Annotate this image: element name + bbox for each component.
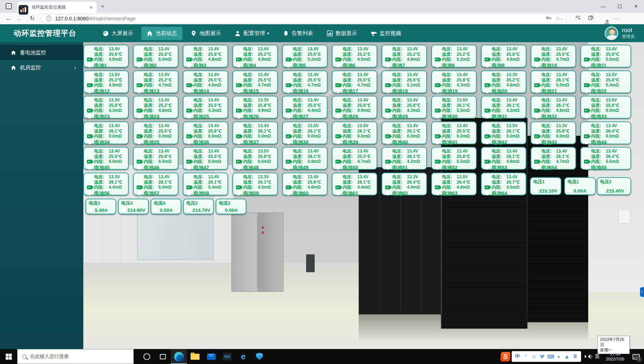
- battery-card[interactable]: 电压:13.4V温度:25.5℃内阻:0.0mΩ电池35: [133, 121, 178, 144]
- battery-card[interactable]: 电压:13.4V温度:25.2℃内阻:4.5mΩ电池6: [332, 45, 377, 68]
- battery-card[interactable]: 电压:13.4V温度:26.1℃内阻:5.4mΩ电池58: [183, 173, 228, 195]
- taskbar-app-edge[interactable]: [171, 349, 187, 364]
- action-center-button[interactable]: 2: [628, 349, 644, 364]
- url-bar[interactable]: i 127.0.0.1:8080 /#/main/sensorsPage ☆+: [41, 14, 566, 23]
- battery-card[interactable]: 电压:13.4V温度:25.5℃内阻:5.0mΩ电池2: [133, 45, 178, 68]
- battery-card[interactable]: 电压:13.4V温度:25.5℃内阻:5.2mΩ电池5: [282, 45, 328, 68]
- ime-tool-icon[interactable]: ⠿: [572, 354, 579, 359]
- meter-card[interactable]: 电流10.00A: [564, 177, 596, 195]
- nav-item[interactable]: 地图展示: [185, 27, 226, 40]
- battery-card[interactable]: 电压:13.4V温度:25.5℃内阻:4.7mΩ电池16: [282, 70, 328, 93]
- meter-card[interactable]: 电压3215.40V: [597, 177, 631, 195]
- battery-card[interactable]: 电压:13.4V温度:25.5℃内阻:4.7mΩ电池10: [531, 45, 576, 68]
- ime-language-indicator[interactable]: 英: [595, 353, 600, 360]
- battery-card[interactable]: 电压:13.5V温度:25.8℃内阻:0.0mΩ电池33: [580, 96, 631, 119]
- battery-card[interactable]: 电压:13.4V温度:26.1℃内阻:5.0mΩ电池57: [133, 173, 178, 195]
- window-restore-button[interactable]: [611, 0, 628, 13]
- browser-menu-icon[interactable]: ⋯: [610, 16, 623, 21]
- sogou-ime-icon[interactable]: S: [500, 352, 511, 361]
- ime-tool-icon[interactable]: ⌨: [547, 354, 554, 359]
- site-info-icon[interactable]: i: [46, 16, 51, 21]
- sidebar-item[interactable]: 机房监控›: [0, 60, 83, 75]
- meter-card[interactable]: 电压1215.10V: [530, 177, 561, 195]
- nav-item[interactable]: 数据显示: [321, 27, 363, 40]
- battery-card[interactable]: 电压:13.5V温度:26.1℃内阻:5.5mΩ电池30: [431, 96, 477, 119]
- meter-card[interactable]: 电压4214.90V: [118, 199, 149, 214]
- task-view-button[interactable]: [155, 349, 171, 364]
- ime-tool-icon[interactable]: ●: [555, 354, 562, 359]
- ime-toolbar[interactable]: 中’☺Ψ⌨●▲⠿: [512, 351, 581, 362]
- battery-card[interactable]: 电压:13.4V温度:26.1℃内阻:4.8mΩ电池32: [531, 96, 576, 119]
- battery-card[interactable]: 电压:13.4V温度:25.5℃内阻:4.7mΩ电池50: [332, 147, 377, 170]
- battery-card[interactable]: 电压:13.4V温度:26.1℃内阻:4.4mΩ电池61: [332, 173, 377, 195]
- battery-card[interactable]: 电压:13.4V温度:25.8℃内阻:4.3mΩ电池19: [431, 70, 477, 93]
- battery-card[interactable]: 电压:13.5V温度:25.8℃内阻:0.0mΩ电池48: [232, 147, 278, 170]
- window-minimize-button[interactable]: —: [595, 0, 611, 13]
- battery-card[interactable]: 电压:13.4V温度:25.5℃内阻:4.6mΩ电池14: [183, 70, 228, 93]
- battery-card[interactable]: 电压:13.5V温度:26.1℃内阻:0.0mΩ电池39: [332, 121, 377, 144]
- browser-tab[interactable]: 动环监控后台系统 ×: [17, 2, 97, 13]
- battery-card[interactable]: 电压:13.4V温度:25.5℃内阻:4.7mΩ电池15: [232, 70, 278, 93]
- battery-card[interactable]: 电压:13.3V温度:26.1℃内阻:4.4mΩ电池56: [83, 173, 129, 195]
- battery-card[interactable]: 电压:13.4V温度:26.1℃内阻:0.0mΩ电池40: [382, 121, 427, 144]
- meter-card[interactable]: 电流40.00A: [151, 199, 181, 214]
- battery-card[interactable]: 电压:13.4V温度:26.4℃内阻:0.0mΩ电池44: [580, 121, 631, 144]
- battery-card[interactable]: 电压:13.5V温度:26.1℃内阻:0.0mΩ电池38: [282, 121, 328, 144]
- battery-card[interactable]: 电压:13.4V温度:26.1℃内阻:4.7mΩ电池54: [531, 147, 576, 170]
- battery-card[interactable]: 电压:13.4V温度:25.5℃内阻:0.0mΩ电池41: [431, 121, 477, 144]
- battery-card[interactable]: 电压:13.4V温度:26.1℃内阻:4.9mΩ电池49: [282, 147, 328, 170]
- back-button[interactable]: ←: [4, 15, 14, 22]
- meter-card[interactable]: 电流35.40A: [85, 199, 116, 214]
- battery-card[interactable]: 电压:13.4V温度:25.8℃内阻:0.0mΩ电池46: [133, 147, 178, 170]
- ime-tool-icon[interactable]: ▲: [564, 354, 570, 359]
- ime-tool-icon[interactable]: ’: [522, 354, 529, 359]
- battery-card[interactable]: 电压:13.4V温度:25.8℃内阻:4.9mΩ电池28: [332, 96, 377, 119]
- tab-group-add-icon[interactable]: [584, 15, 597, 22]
- nav-item[interactable]: 监控视频: [365, 27, 407, 40]
- battery-card[interactable]: 电压:13.3V温度:26.4℃内阻:4.0mΩ电池62: [382, 173, 427, 195]
- nav-item[interactable]: 配置管理▾: [229, 27, 275, 40]
- battery-card[interactable]: 电压:13.4V温度:25.8℃内阻:5.0mΩ电池11: [580, 45, 631, 68]
- battery-card[interactable]: 电压:13.4V温度:26.1℃内阻:4.2mΩ电池51: [382, 147, 427, 170]
- battery-card[interactable]: 电压:13.3V温度:26.1℃内阻:4.5mΩ电池59: [232, 173, 278, 195]
- meter-card[interactable]: 电压2214.70V: [183, 199, 214, 214]
- password-key-icon[interactable]: [544, 15, 553, 22]
- battery-card[interactable]: 电压:13.4V温度:25.2℃内阻:4.6mΩ电池7: [382, 45, 427, 68]
- taskbar-app-icc[interactable]: ICC: [219, 349, 235, 364]
- speaker-icon[interactable]: [585, 354, 590, 359]
- battery-card[interactable]: 电压:13.5V温度:26.1℃内阻:0.0mΩ电池42: [481, 121, 526, 144]
- battery-card[interactable]: 电压:13.4V温度:25.8℃内阻:4.8mΩ电池3: [183, 45, 228, 68]
- battery-card[interactable]: 电压:13.3V温度:25.2℃内阻:4.8mΩ电池20: [481, 70, 526, 93]
- battery-card[interactable]: 电压:13.5V温度:25.2℃内阻:4.7mΩ电池13: [133, 70, 178, 93]
- battery-card[interactable]: 电压:13.4V温度:25.5℃内阻:0.0mΩ电池45: [83, 147, 129, 170]
- battery-card[interactable]: 电压:13.4V温度:26.1℃内阻:5.0mΩ电池21: [531, 70, 576, 93]
- battery-card[interactable]: 电压:13.4V温度:26.7℃内阻:4.5mΩ电池64: [481, 173, 526, 195]
- meter-card[interactable]: 电流20.00A: [216, 199, 246, 214]
- battery-card[interactable]: 电压:13.4V温度:26.1℃内阻:0.0mΩ电池37: [232, 121, 278, 144]
- battery-card[interactable]: 电压:13.4V温度:25.5℃内阻:4.9mΩ电池1: [83, 45, 129, 68]
- battery-card[interactable]: 电压:13.3V温度:25.8℃内阻:4.9mΩ电池26: [232, 96, 278, 119]
- battery-card[interactable]: 电压:13.4V温度:25.5℃内阻:5.1mΩ电池18: [382, 70, 427, 93]
- start-button[interactable]: [0, 349, 17, 364]
- taskbar-app-folder[interactable]: [187, 349, 203, 364]
- new-tab-button[interactable]: +: [101, 3, 104, 10]
- taskbar-app-ie[interactable]: e: [235, 349, 251, 364]
- battery-card[interactable]: 电压:13.5V温度:25.2℃内阻:4.9mΩ电池12: [83, 70, 129, 93]
- battery-card[interactable]: 电压:13.4V温度:25.5℃内阻:4.3mΩ电池25: [183, 96, 228, 119]
- cortana-button[interactable]: [139, 349, 155, 364]
- tab-close-icon[interactable]: ×: [88, 5, 94, 10]
- window-check-icon[interactable]: ✓: [6, 3, 12, 9]
- battery-card[interactable]: 电压:13.4V温度:25.5℃内阻:0.0mΩ电池47: [183, 147, 228, 170]
- taskbar-app-mail[interactable]: [203, 349, 219, 364]
- battery-card[interactable]: 电压:13.3V温度:25.8℃内阻:0.0mΩ电池43: [531, 121, 576, 144]
- ime-tool-icon[interactable]: 中: [514, 353, 521, 360]
- window-close-button[interactable]: ×: [628, 0, 644, 13]
- battery-card[interactable]: 电压:13.4V温度:25.2℃内阻:4.8mΩ电池24: [133, 96, 178, 119]
- favorite-star-icon[interactable]: ☆+: [553, 16, 562, 21]
- ime-tool-icon[interactable]: Ψ: [539, 354, 546, 359]
- battery-card[interactable]: 电压:13.4V温度:25.8℃内阻:4.6mΩ电池9: [481, 45, 526, 68]
- battery-card[interactable]: 电压:13.4V温度:26.1℃内阻:0.0mΩ电池34: [83, 121, 129, 144]
- search-input[interactable]: 在此键入进行搜索: [17, 349, 134, 364]
- battery-card[interactable]: 电压:13.4V温度:26.4℃内阻:5.5mΩ电池55: [580, 147, 631, 170]
- battery-card[interactable]: 电压:13.5V温度:25.8℃内阻:5.4mΩ电池22: [580, 70, 631, 93]
